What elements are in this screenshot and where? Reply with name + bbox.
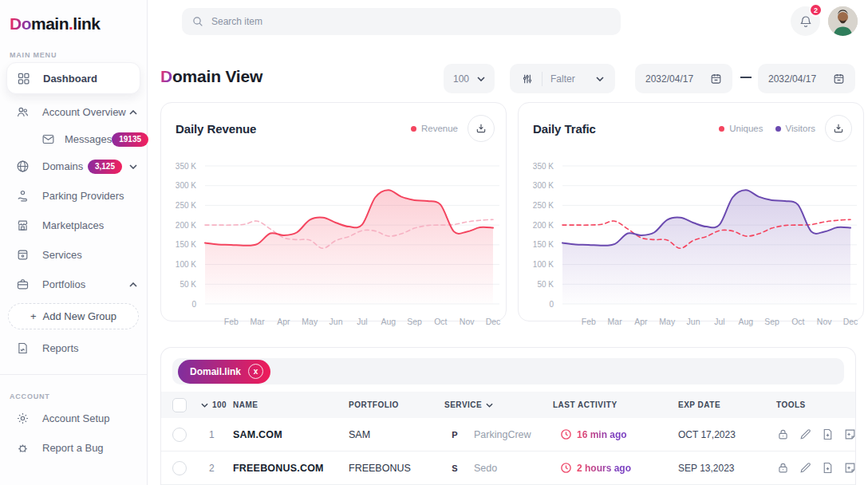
column-service-sort[interactable]: SERVICE	[444, 400, 553, 409]
legend-item: Uniques	[719, 124, 763, 133]
search-input[interactable]	[211, 16, 611, 27]
svg-text:100 K: 100 K	[176, 260, 196, 269]
activity-text: 16 min ago	[577, 429, 627, 440]
sidebar-item-dashboard[interactable]: Dashboard	[6, 62, 140, 94]
column-count-sort[interactable]: 100	[201, 400, 233, 409]
svg-text:May: May	[659, 317, 676, 326]
messages-count-badge: 19135	[112, 132, 148, 147]
dashboard-icon	[17, 72, 31, 85]
row-number: 2	[201, 463, 233, 474]
sidebar-item-services[interactable]: Services	[0, 240, 147, 270]
filter-dropdown[interactable]: Falter	[510, 64, 615, 93]
search-bar	[182, 8, 621, 35]
page-title: Domain View	[160, 67, 262, 86]
select-all-checkbox[interactable]	[172, 398, 187, 412]
file-copy-icon	[843, 461, 857, 475]
bug-icon	[16, 441, 30, 455]
clock-icon	[560, 428, 572, 440]
date-from-picker[interactable]: 2032/04/17	[635, 64, 732, 93]
plus-icon: +	[30, 310, 37, 322]
domain-name: FREEBONUS.COM	[233, 463, 349, 474]
lock-button[interactable]	[776, 428, 790, 441]
chevron-up-icon	[129, 282, 137, 287]
exp-date: OCT 17,2023	[678, 429, 776, 440]
sidebar-item-reports[interactable]: Reports	[0, 333, 147, 363]
service-cell: S Sedo	[444, 458, 553, 479]
box-icon	[16, 248, 30, 262]
svg-text:Dec: Dec	[486, 317, 501, 326]
svg-text:Mar: Mar	[608, 317, 623, 326]
page-size-select[interactable]: 100	[444, 64, 495, 93]
svg-text:Jul: Jul	[357, 317, 367, 326]
download-icon	[475, 122, 487, 135]
svg-text:Nov: Nov	[460, 317, 475, 326]
table-row: 2 FREEBONUS.COM FREEBONUS S Sedo 2 hours…	[161, 451, 855, 485]
calendar-icon	[710, 73, 722, 85]
portfolio-name: FREEBONUS	[349, 463, 444, 474]
download-button[interactable]	[825, 115, 852, 142]
pencil-icon	[799, 461, 812, 475]
column-last-activity: LAST ACTIVITY	[553, 400, 678, 409]
activity-pill: 2 hours ago	[553, 458, 641, 478]
globe-icon	[16, 160, 30, 173]
add-note-button[interactable]	[821, 428, 834, 441]
sidebar-item-report-a-bug[interactable]: Report a Bug	[0, 433, 147, 463]
sidebar-item-marketplaces[interactable]: Marketplaces	[0, 211, 147, 240]
column-tools: TOOLS	[776, 400, 855, 409]
sidebar-item-label: Messages	[65, 133, 112, 145]
revenue-chart-plot: 350 K300 K250 K200 K150 K100 K50 K0FebMa…	[161, 148, 504, 332]
sidebar-item-messages[interactable]: Messages 19135	[0, 127, 147, 152]
sidebar-item-portfolios[interactable]: Portfolios	[0, 270, 147, 299]
add-note-button[interactable]	[821, 461, 834, 475]
row-checkbox[interactable]	[172, 428, 187, 442]
section-label-account: ACCOUNT	[10, 392, 147, 400]
row-checkbox[interactable]	[172, 461, 187, 475]
mail-icon	[41, 132, 55, 146]
svg-text:Oct: Oct	[791, 317, 804, 326]
divider	[542, 72, 542, 86]
daily-revenue-card: Daily Revenue Revenue 350 K300 K250 K200…	[160, 102, 507, 321]
sidebar-item-domains[interactable]: Domains 3,125	[0, 152, 147, 181]
close-icon: x	[254, 367, 258, 376]
table-row: 1 SAM.COM SAM P ParkingCrew 16 min ago O…	[161, 418, 855, 451]
remove-filter-button[interactable]: x	[248, 364, 263, 379]
duplicate-note-button[interactable]	[843, 428, 857, 441]
calendar-icon	[833, 73, 845, 85]
service-cell: P ParkingCrew	[444, 424, 553, 445]
svg-text:250 K: 250 K	[533, 201, 554, 210]
gear-icon	[16, 412, 30, 425]
sidebar-item-account-setup[interactable]: Account Setup	[0, 404, 147, 433]
lock-icon	[776, 428, 790, 441]
edit-button[interactable]	[799, 428, 812, 441]
legend-dot	[719, 126, 724, 132]
service-name: ParkingCrew	[474, 429, 531, 440]
filter-tag-domail-link[interactable]: Domail.link x	[178, 360, 270, 384]
add-new-group-label: Add New Group	[43, 310, 117, 322]
date-to-picker[interactable]: 2032/04/17	[758, 64, 855, 93]
notifications-button[interactable]: 2	[791, 6, 820, 36]
sidebar: Domain.link MAIN MENU Dashboard Account …	[0, 0, 148, 485]
daily-trafic-card: Daily Trafic UniquesVisitors 350 K300 K2…	[518, 102, 864, 321]
sidebar-item-label: Report a Bug	[42, 442, 104, 454]
activity-text: 2 hours ago	[577, 463, 631, 474]
svg-text:Feb: Feb	[224, 317, 239, 326]
column-name: NAME	[233, 400, 349, 409]
sidebar-item-label: Parking Providers	[42, 190, 124, 202]
svg-text:50 K: 50 K	[180, 280, 196, 289]
user-avatar[interactable]	[828, 6, 858, 36]
lock-button[interactable]	[776, 461, 790, 475]
app-logo[interactable]: Domain.link	[0, 0, 147, 34]
storefront-icon	[16, 219, 30, 232]
filter-label: Falter	[550, 73, 575, 85]
edit-button[interactable]	[799, 461, 812, 475]
sidebar-divider	[0, 374, 147, 375]
svg-text:200 K: 200 K	[533, 221, 554, 230]
add-new-group-button[interactable]: + Add New Group	[8, 303, 139, 329]
svg-text:Sep: Sep	[407, 317, 422, 326]
sidebar-item-account-overview[interactable]: Account Overview	[0, 97, 147, 127]
legend-label: Revenue	[421, 124, 458, 133]
duplicate-note-button[interactable]	[843, 461, 857, 475]
legend-dot	[775, 126, 781, 132]
download-button[interactable]	[468, 115, 495, 142]
sidebar-item-parking-providers[interactable]: Parking Providers	[0, 181, 147, 211]
